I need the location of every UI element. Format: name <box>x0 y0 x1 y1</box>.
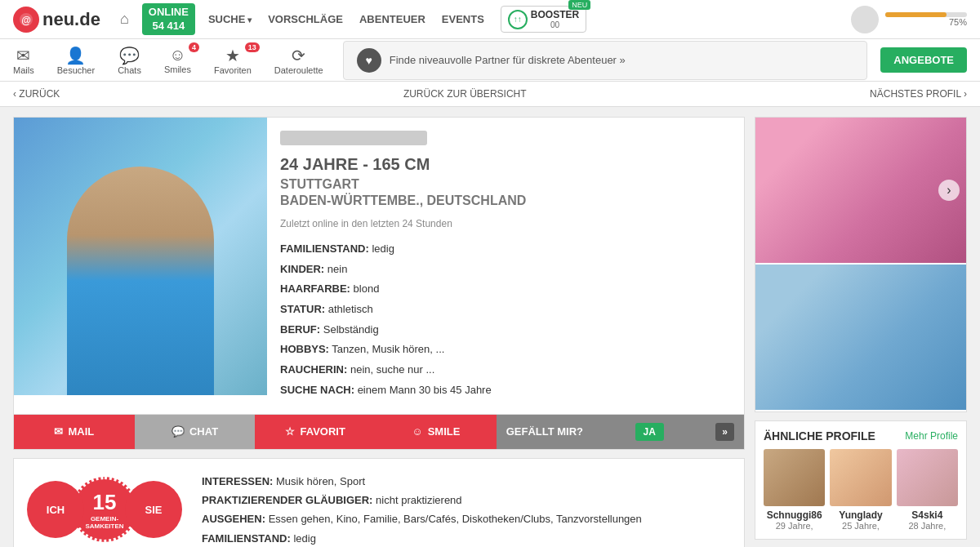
sidebar-item-favoriten[interactable]: ★ 13 Favoriten <box>214 46 252 75</box>
nav-events[interactable]: EVENTS <box>442 13 484 25</box>
ausgehen-label: AUSGEHEN: <box>202 513 265 525</box>
mails-label: Mails <box>13 65 34 75</box>
gefaellt-button[interactable]: GEFÄLLT MIR? JA » <box>497 415 744 449</box>
compatibility-section: ICH 15 GEMEIN-SAMKEITEN SIE INTERESSEN: … <box>13 458 745 548</box>
similar-photo-s4ski4 <box>897 449 958 506</box>
similar-header: ÄHNLICHE PROFILE Mehr Profile <box>764 429 958 442</box>
sidebar-arrow-icon[interactable]: › <box>938 180 960 201</box>
favoriten-label: Favoriten <box>214 65 252 75</box>
online-badge: ONLINE 54 414 <box>142 3 195 36</box>
back-link[interactable]: ZURÜCK <box>13 88 60 100</box>
angebot-button[interactable]: ANGEBOTE <box>880 47 967 73</box>
beruf-row: BERUF: Selbständig <box>280 320 731 340</box>
profile-region: BADEN-WÜRTTEMBE., DEUTSCHLAND <box>280 193 731 208</box>
promo-icon: ♥ <box>357 48 381 73</box>
suche-label: SUCHE NACH: <box>280 384 354 396</box>
avatar[interactable] <box>851 6 879 33</box>
suche-row: SUCHE NACH: einem Mann 30 bis 45 Jahre <box>280 380 731 401</box>
hobbys-row: HOBBYS: Tanzen, Musik hören, ... <box>280 340 731 360</box>
profile-progress: 75% <box>885 12 967 27</box>
similar-photo-schnuggi <box>764 449 825 506</box>
familienstand-val: ledig <box>372 242 394 255</box>
sidebar-item-dateroulette[interactable]: ⟳ Dateroulette <box>274 46 323 75</box>
sidebar-photo-2[interactable] <box>755 265 966 411</box>
compat-familienstand-label: FAMILIENSTAND: <box>202 532 291 545</box>
interessen-row: INTERESSEN: Musik hören, Sport <box>202 472 642 491</box>
compat-details: INTERESSEN: Musik hören, Sport PRAKTIZIE… <box>202 472 642 548</box>
glaebiger-val: nicht praktizierend <box>376 494 462 506</box>
chats-label: Chats <box>118 65 141 75</box>
top-nav: @ neu.de ⌂ ONLINE 54 414 SUCHE VORSCHLÄG… <box>0 0 980 39</box>
favoriten-badge: 13 <box>245 42 260 52</box>
beruf-val: Selbständig <box>323 323 379 336</box>
familienstand-row: FAMILIENSTAND: ledig <box>280 239 731 260</box>
suche-val: einem Mann 30 bis 45 Jahre <box>358 384 492 396</box>
haarfarbe-row: HAARFARBE: blond <box>280 279 731 300</box>
dateroulette-icon: ⟳ <box>292 46 305 65</box>
sidebar-item-chats[interactable]: 💬 Chats <box>118 46 141 75</box>
similar-profile-1[interactable]: Schnuggi86 29 Jahre, <box>764 449 825 531</box>
online-status: Zuletzt online in den letzten 24 Stunden <box>280 218 731 229</box>
home-icon[interactable]: ⌂ <box>120 11 129 28</box>
booster-info: BOOSTER 00 <box>531 9 579 29</box>
logo-text: neu.de <box>42 9 100 30</box>
progress-percent: 75% <box>885 17 967 27</box>
similar-photo-yunglady <box>830 449 891 506</box>
booster-button[interactable]: NEU ↑↑ BOOSTER 00 <box>501 6 586 33</box>
next-profile-link[interactable]: NÄCHSTES PROFIL <box>870 88 967 100</box>
sidebar-item-mails[interactable]: ✉ Mails <box>13 46 34 75</box>
ja-button[interactable]: JA <box>635 423 664 441</box>
promo-banner[interactable]: ♥ Finde niveauvolle Partner für diskrete… <box>343 41 868 80</box>
nav-suche[interactable]: SUCHE <box>208 13 252 25</box>
similar-age-1: 29 Jahre, <box>764 521 825 531</box>
sidebar-item-smiles[interactable]: ☺ 4 Smiles <box>164 46 191 74</box>
profile-card: 24 JAHRE - 165 CM STUTTGART BADEN-WÜRTTE… <box>13 117 745 450</box>
logo-svg: @ <box>19 12 33 27</box>
familienstand-label: FAMILIENSTAND: <box>280 242 369 255</box>
profile-photo[interactable] <box>14 118 267 395</box>
arrow-button[interactable]: » <box>715 423 734 441</box>
mail-button[interactable]: ✉ MAIL <box>14 415 135 449</box>
raucherin-val: nein, suche nur ... <box>350 363 434 376</box>
logo-icon: @ <box>13 7 39 33</box>
booster-count: 00 <box>531 20 579 29</box>
favorit-button[interactable]: ☆ FAVORIT <box>255 415 376 449</box>
similar-profile-3[interactable]: S4ski4 28 Jahre, <box>897 449 958 531</box>
ausgehen-val: Essen gehen, Kino, Familie, Bars/Cafés, … <box>269 513 642 525</box>
similar-age-2: 25 Jahre, <box>830 521 891 531</box>
compat-circles: ICH 15 GEMEIN-SAMKEITEN SIE <box>27 472 182 548</box>
similar-profiles-list: Schnuggi86 29 Jahre, Yunglady 25 Jahre, … <box>764 449 958 531</box>
profile-info: 24 JAHRE - 165 CM STUTTGART BADEN-WÜRTTE… <box>267 118 744 414</box>
nav-vorschlaege[interactable]: VORSCHLÄGE <box>268 13 343 25</box>
online-count: 54 414 <box>149 20 189 33</box>
logo[interactable]: @ neu.de <box>13 7 100 33</box>
photo-figure <box>67 167 214 395</box>
besucher-label: Besucher <box>57 65 95 75</box>
online-label: ONLINE <box>149 6 189 20</box>
mail-icon: ✉ <box>16 46 30 65</box>
statur-val: athletisch <box>328 303 373 315</box>
profile-name-blurred <box>280 131 427 145</box>
sidebar-photos: › <box>755 117 967 412</box>
similar-profile-2[interactable]: Yunglady 25 Jahre, <box>830 449 891 531</box>
mehr-profile-link[interactable]: Mehr Profile <box>905 430 958 442</box>
sidebar-photo-1[interactable]: › <box>755 118 966 265</box>
nav-links: SUCHE VORSCHLÄGE ABENTEUER EVENTS NEU ↑↑… <box>208 6 841 33</box>
sidebar-item-besucher[interactable]: 👤 Besucher <box>57 46 95 75</box>
chat-button[interactable]: 💬 CHAT <box>135 415 256 449</box>
booster-icon: ↑↑ <box>508 10 528 29</box>
neu-badge: NEU <box>568 0 590 10</box>
sec-nav-items: ✉ Mails 👤 Besucher 💬 Chats ☺ 4 Smiles ★ … <box>13 46 323 75</box>
kinder-label: KINDER: <box>280 263 324 275</box>
sidebar-photo-img-2 <box>755 265 966 410</box>
favoriten-icon: ★ <box>225 46 240 65</box>
overview-link[interactable]: ZURÜCK ZUR ÜBERSICHT <box>403 88 527 100</box>
haarfarbe-val: blond <box>354 282 380 295</box>
mail-icon-btn: ✉ <box>54 425 63 438</box>
smile-button[interactable]: ☺ SMILE <box>376 415 497 449</box>
circle-ich: ICH <box>27 481 84 538</box>
statur-label: STATUR: <box>280 303 325 315</box>
smiles-icon: ☺ <box>169 46 185 64</box>
compat-familienstand-val: ledig <box>293 532 315 545</box>
nav-abenteuer[interactable]: ABENTEUER <box>359 13 425 25</box>
